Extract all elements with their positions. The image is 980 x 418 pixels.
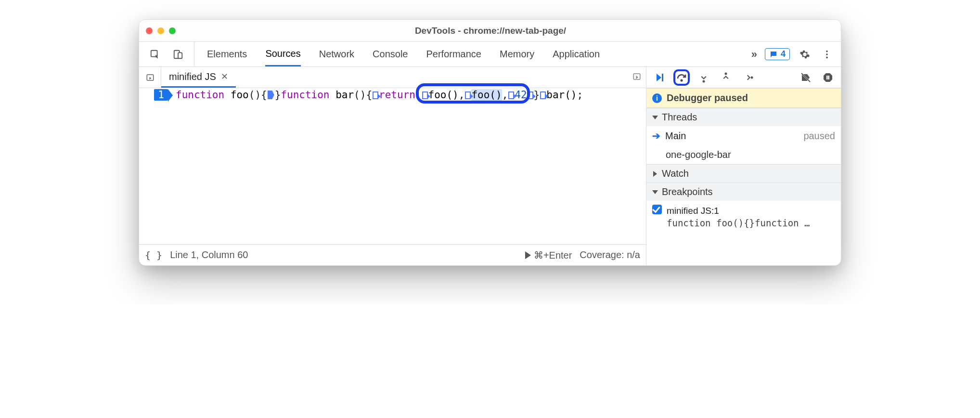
- step-into-button[interactable]: [696, 69, 712, 86]
- tab-sources[interactable]: Sources: [265, 42, 300, 66]
- editor-statusbar: { } Line 1, Column 60 ⌘+Enter Coverage: …: [139, 244, 646, 265]
- svg-rect-8: [662, 74, 663, 81]
- kebab-menu-icon[interactable]: [820, 47, 834, 62]
- tab-memory[interactable]: Memory: [500, 42, 534, 66]
- svg-point-4: [826, 53, 828, 55]
- threads-section-header[interactable]: Threads: [646, 108, 841, 126]
- svg-point-9: [681, 79, 683, 81]
- run-hint-text: ⌘+Enter: [534, 250, 572, 261]
- main-tabstrip: Elements Sources Network Console Perform…: [139, 42, 841, 67]
- breakpoint-code: function foo(){}function …: [667, 218, 810, 228]
- svg-point-10: [703, 80, 705, 82]
- step-marker-icon[interactable]: [373, 91, 378, 99]
- tab-network[interactable]: Network: [319, 42, 354, 66]
- section-title: Breakpoints: [662, 186, 713, 197]
- tab-console[interactable]: Console: [373, 42, 408, 66]
- watch-section-header[interactable]: Watch: [646, 164, 841, 183]
- svg-point-11: [725, 72, 727, 75]
- call-foo: foo(): [428, 89, 459, 101]
- file-tab[interactable]: minified JS ✕: [161, 67, 236, 88]
- code-editor[interactable]: 1 function foo(){}function bar(){return …: [139, 88, 646, 244]
- call-bar: bar(): [546, 89, 577, 101]
- traffic-minimize-icon[interactable]: [157, 27, 164, 34]
- mac-titlebar: DevTools - chrome://new-tab-page/: [139, 20, 841, 42]
- comma: ,: [502, 89, 508, 101]
- svg-rect-2: [178, 52, 182, 58]
- brace: }: [275, 89, 281, 101]
- tab-elements[interactable]: Elements: [207, 42, 247, 66]
- notice-text: Debugger paused: [667, 92, 748, 104]
- thread-name: Main: [665, 131, 686, 142]
- close-file-icon[interactable]: ✕: [221, 71, 228, 82]
- settings-icon[interactable]: [798, 47, 812, 62]
- run-hint: ⌘+Enter: [525, 249, 572, 261]
- step-over-button[interactable]: [673, 69, 690, 86]
- coverage-status: Coverage: n/a: [580, 249, 640, 261]
- devtools-window: DevTools - chrome://new-tab-page/ Elemen…: [139, 19, 841, 266]
- traffic-zoom-icon[interactable]: [169, 27, 176, 34]
- traffic-close-icon[interactable]: [146, 27, 153, 34]
- sources-editor: minified JS ✕ 1 function foo(){}function…: [139, 67, 646, 265]
- code-line: function foo(){}function bar(){return fo…: [172, 88, 646, 244]
- line-number[interactable]: 1: [154, 89, 168, 101]
- file-tab-label: minified JS: [169, 71, 216, 82]
- svg-rect-13: [826, 76, 828, 79]
- cursor-position: Line 1, Column 60: [170, 249, 248, 261]
- fn-bar: bar: [335, 89, 354, 101]
- window-title: DevTools - chrome://new-tab-page/: [176, 26, 805, 36]
- resume-button[interactable]: [651, 69, 668, 86]
- navigator-toggle-icon[interactable]: [139, 67, 161, 88]
- inspect-element-icon[interactable]: [148, 47, 162, 62]
- kw-function: function: [281, 89, 329, 101]
- svg-point-12: [751, 76, 753, 78]
- issues-count: 4: [781, 49, 786, 59]
- section-title: Watch: [662, 168, 689, 179]
- current-thread-icon: ➔: [652, 130, 660, 142]
- call-foo-current: foo(): [471, 89, 502, 101]
- breakpoints-section-header[interactable]: Breakpoints: [646, 183, 841, 201]
- step-marker-icon[interactable]: [528, 91, 533, 99]
- issues-badge[interactable]: 4: [765, 48, 790, 60]
- step-marker-icon[interactable]: [422, 91, 428, 99]
- breakpoint-label: minified JS:1: [667, 206, 719, 216]
- debugger-toolbar: [646, 67, 841, 88]
- kw-return: return: [379, 89, 422, 101]
- step-marker-icon[interactable]: [540, 91, 546, 99]
- pause-exceptions-button[interactable]: [820, 69, 836, 86]
- svg-point-3: [826, 50, 828, 52]
- step-button[interactable]: [740, 69, 756, 86]
- step-out-button[interactable]: [718, 69, 734, 86]
- brace: (){: [249, 89, 267, 101]
- pretty-print-icon[interactable]: { }: [145, 249, 162, 261]
- step-marker-icon[interactable]: [508, 91, 514, 99]
- brace: (){: [354, 89, 372, 101]
- thread-other[interactable]: one-google-bar: [646, 145, 841, 164]
- debugger-sidebar: i Debugger paused Threads ➔ Main paused …: [646, 67, 841, 265]
- breakpoint-checkbox[interactable]: [652, 205, 662, 214]
- semi: ;: [577, 89, 583, 101]
- deactivate-breakpoints-button[interactable]: [798, 69, 814, 86]
- svg-rect-14: [828, 76, 830, 79]
- section-title: Threads: [662, 112, 697, 123]
- svg-point-5: [826, 56, 828, 58]
- comma: ,: [459, 89, 465, 101]
- step-marker-icon[interactable]: [268, 91, 274, 99]
- debugger-paused-notice: i Debugger paused: [646, 88, 841, 108]
- info-icon: i: [652, 93, 662, 103]
- fn-foo: foo: [231, 89, 249, 101]
- tab-performance[interactable]: Performance: [426, 42, 482, 66]
- snippet-run-icon[interactable]: [628, 72, 646, 83]
- breakpoint-row[interactable]: minified JS:1 function foo(){}function …: [646, 201, 841, 233]
- more-tabs-icon[interactable]: »: [751, 48, 757, 61]
- kw-function: function: [176, 89, 224, 101]
- tab-application[interactable]: Application: [553, 42, 600, 66]
- thread-main[interactable]: ➔ Main paused: [646, 126, 841, 145]
- device-toolbar-icon[interactable]: [171, 47, 185, 62]
- thread-state: paused: [803, 131, 835, 142]
- step-marker-icon[interactable]: [465, 91, 471, 99]
